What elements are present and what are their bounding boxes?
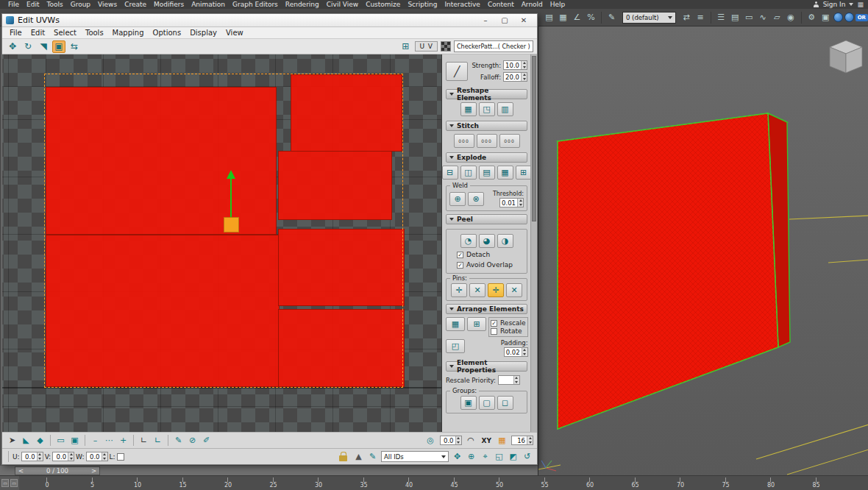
angle-snap-icon[interactable]: ∠ — [571, 11, 583, 24]
paint-dash-icon[interactable]: – — [89, 435, 102, 447]
schematic-view-icon[interactable]: ▱ — [771, 11, 783, 24]
rendered-frame-icon[interactable]: ▣ — [819, 11, 832, 24]
detach-edge-verts-icon[interactable]: ◫ — [460, 166, 477, 180]
main-menu-item[interactable]: Content — [484, 1, 518, 8]
stitch-custom-icon[interactable]: 000 — [454, 134, 474, 148]
rescale-priority-spinner[interactable] — [498, 375, 520, 385]
rotate-angle-spinner[interactable]: 0.0 — [440, 436, 462, 445]
main-menu-item[interactable]: Group — [67, 1, 94, 8]
strength-spinner[interactable]: 10.0 — [503, 60, 527, 70]
quick-peel-icon[interactable]: ◔ — [460, 234, 477, 248]
unpin-tool-icon[interactable]: ✕ — [469, 283, 485, 297]
edge-distance-icon[interactable]: ▭ — [54, 435, 67, 447]
scale-tool-icon[interactable]: ◥ — [37, 40, 50, 53]
texture-swatch[interactable] — [441, 41, 451, 52]
uv-island-top-right[interactable] — [291, 74, 402, 152]
layer-explorer-icon[interactable]: ▤ — [729, 11, 741, 24]
move-gizmo-axis[interactable] — [230, 179, 232, 218]
paint-erase-icon[interactable]: ⊘ — [186, 435, 199, 447]
threshold-spinner[interactable]: 0.01 — [499, 198, 524, 207]
snaps-toggle-icon[interactable]: ▦ — [557, 11, 569, 24]
close-button[interactable]: ✕ — [514, 15, 533, 26]
falloff-spinner[interactable]: 20.0 — [503, 72, 527, 82]
perspective-viewport[interactable] — [538, 26, 868, 475]
dialog-menu-item[interactable]: Options — [149, 29, 186, 37]
v-spinner[interactable]: 0.0 — [52, 452, 74, 461]
uv-island-main-bottom[interactable] — [46, 235, 280, 387]
lock-selection-icon[interactable] — [339, 455, 347, 461]
percent-snap-icon[interactable]: % — [585, 11, 597, 24]
main-menu-item[interactable]: Scripting — [404, 1, 441, 8]
mirror-icon[interactable]: ⇄ — [680, 11, 693, 24]
key-mode-mini-icon[interactable]: ▭ — [10, 479, 18, 487]
main-menu-item[interactable]: Edit — [23, 1, 43, 8]
scrollbar-thumb[interactable] — [532, 56, 536, 221]
pin-selected-icon[interactable]: ✛ — [488, 283, 504, 297]
ribbon-icon[interactable]: ▭ — [743, 11, 755, 24]
dialog-menu-item[interactable]: Display — [185, 29, 221, 37]
render-setup-icon[interactable]: ⚙ — [805, 11, 818, 24]
minimize-button[interactable]: – — [476, 15, 495, 26]
dialog-menu-item[interactable]: Tools — [81, 29, 108, 37]
time-slider[interactable]: < 0 / 100 > — [15, 466, 100, 475]
render-iterative-icon[interactable] — [844, 13, 854, 22]
zoom-region-icon[interactable]: ⌖ — [479, 451, 491, 463]
padding-spinner[interactable]: 0.02 — [504, 347, 528, 357]
zoom-selected-icon[interactable]: ◩ — [507, 451, 519, 463]
uv-space-button[interactable]: U V — [415, 41, 438, 52]
move-tool-icon[interactable]: ✥ — [6, 40, 19, 53]
main-menu-item[interactable]: Civil View — [323, 1, 362, 8]
u-spinner[interactable]: 0.0 — [21, 452, 43, 461]
pixel-snap-icon[interactable]: ⊞ — [399, 40, 412, 53]
group-selected-icon[interactable]: ▣ — [460, 396, 477, 410]
main-menu-item[interactable]: Interactive — [441, 1, 483, 8]
axis-space-button[interactable]: XY — [480, 437, 493, 444]
dialog-menu-item[interactable]: Mapping — [108, 29, 149, 37]
main-menu-item[interactable]: Customize — [362, 1, 404, 8]
flatten-by-material-icon[interactable]: ⊞ — [516, 166, 532, 180]
flatten-by-angle-icon[interactable]: ▤ — [479, 166, 495, 180]
freeform-gizmo-handle[interactable] — [224, 217, 239, 232]
pack-padding-icon[interactable]: ◰ — [446, 339, 465, 353]
relax-tool-icon[interactable]: ◳ — [479, 102, 495, 116]
main-menu-item[interactable]: Animation — [188, 1, 229, 8]
revert-zoom-icon[interactable]: ↺ — [521, 451, 533, 463]
element-mode-icon[interactable]: ▣ — [68, 435, 81, 447]
freeform-mode-icon[interactable]: ▣ — [52, 40, 65, 53]
unpin-selected-icon[interactable]: ✕ — [506, 283, 522, 297]
w-spinner[interactable]: 0.0 — [86, 452, 108, 461]
zoom-extents-icon[interactable]: ◱ — [493, 451, 505, 463]
select-group-icon[interactable]: ◻ — [497, 396, 513, 410]
texture-dropdown[interactable]: CheckerPatt...( Checker ) — [454, 40, 533, 52]
align-corner-teal-icon[interactable]: ∟ — [152, 435, 164, 447]
ungroup-icon[interactable]: ▢ — [479, 396, 495, 410]
relax-until-flat-icon[interactable]: ▦ — [460, 102, 477, 116]
dialog-menu-item[interactable]: Edit — [26, 29, 49, 37]
main-menu-item[interactable]: Views — [94, 1, 121, 8]
pack-normalize-icon[interactable]: ▦ — [446, 317, 465, 331]
straighten-selection-icon[interactable]: ▥ — [497, 102, 513, 116]
avoid-overlap-checkbox[interactable] — [457, 262, 463, 269]
dialog-menu-item[interactable]: Select — [49, 29, 81, 37]
sign-in-button[interactable]: Sign In — [823, 1, 846, 8]
rollout-element-properties[interactable]: Element Properties — [446, 361, 527, 372]
main-menu-item[interactable]: Create — [121, 1, 150, 8]
timeline-ruler[interactable]: 0510152025303540455055606570758085 — [0, 475, 868, 490]
panel-scrollbar[interactable] — [530, 54, 537, 432]
peel-mode-icon[interactable]: ◕ — [479, 234, 495, 248]
align-corner-icon[interactable]: ∟ — [138, 435, 150, 447]
next-frame-icon[interactable]: > — [91, 467, 96, 475]
prev-frame-icon[interactable]: < — [18, 467, 24, 475]
pin-tool-icon[interactable]: ✛ — [451, 283, 467, 297]
workspace-icon[interactable]: ▦ — [857, 1, 864, 8]
edit-named-sets-icon[interactable]: ✎ — [605, 11, 618, 24]
zoom-icon[interactable]: ⊕ — [465, 451, 477, 463]
mirror-tool-icon[interactable]: ⇆ — [68, 40, 81, 53]
maximize-button[interactable]: ▢ — [495, 15, 514, 26]
snap-triangle-icon[interactable]: ▲ — [352, 451, 365, 463]
paint-add-icon[interactable]: + — [117, 435, 129, 447]
rollout-arrange-elements[interactable]: Arrange Elements — [446, 304, 527, 314]
main-menu-item[interactable]: Help — [547, 1, 569, 8]
detach-checkbox[interactable] — [457, 252, 463, 258]
pan-icon[interactable]: ✥ — [451, 451, 463, 463]
